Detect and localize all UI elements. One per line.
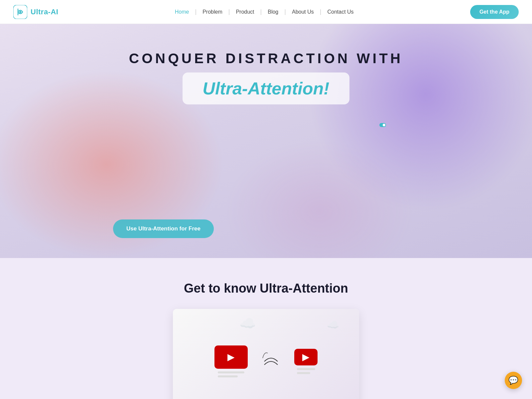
yt-decoration: [261, 348, 281, 375]
svg-point-1: [19, 11, 21, 13]
brand-name: Ultra-AI: [31, 8, 58, 16]
get-app-button[interactable]: Get the App: [470, 5, 519, 19]
yt-logo-right: ▶: [294, 349, 318, 374]
navbar: Ultra-AI Home | Problem | Product | Blog…: [0, 0, 532, 24]
nav-links: Home | Problem | Product | Blog | About …: [169, 8, 360, 15]
hero-title-box: Ultra-Attention!: [183, 72, 349, 104]
yt-line-2: [218, 375, 238, 377]
yt-logo-left: ▶: [214, 345, 248, 377]
video-inner: ▶ ▶: [173, 309, 359, 399]
nav-contact[interactable]: Contact Us: [321, 9, 359, 15]
nav-about[interactable]: About Us: [286, 9, 320, 15]
yt-line-1: [218, 371, 244, 373]
cloud-right: ☁️: [327, 319, 339, 331]
hero-tagline: CONQUER DISTRACTION WITH: [27, 51, 505, 66]
yt-rect-small: ▶: [294, 349, 318, 365]
brand: Ultra-AI: [13, 5, 58, 19]
nav-problem[interactable]: Problem: [197, 9, 228, 15]
yt-lines-right: [297, 368, 315, 374]
section-know-title: Get to know Ultra-Attention: [13, 281, 519, 296]
hero-section: CONQUER DISTRACTION WITH Ultra-Attention…: [0, 24, 532, 258]
yt-line-4: [297, 372, 310, 374]
video-placeholder[interactable]: ▶ ▶: [173, 309, 359, 399]
use-free-button[interactable]: Use Ultra-Attention for Free: [113, 219, 214, 238]
hero-title: Ultra-Attention!: [202, 79, 329, 98]
yt-lines-left: [218, 371, 244, 377]
hero-content: CONQUER DISTRACTION WITH Ultra-Attention…: [27, 51, 505, 118]
yt-logos: ▶ ▶: [214, 345, 318, 377]
yt-line-3: [297, 368, 315, 370]
section-know: Get to know Ultra-Attention ▶: [0, 258, 532, 399]
yt-rect-big: ▶: [214, 345, 248, 369]
yt-decoration-svg: [261, 348, 281, 375]
nav-blog[interactable]: Blog: [262, 9, 284, 15]
chat-bubble[interactable]: 💬: [505, 372, 522, 389]
nav-product[interactable]: Product: [230, 9, 260, 15]
cloud-left: ☁️: [239, 316, 256, 331]
nav-home[interactable]: Home: [169, 9, 195, 15]
logo-icon: [13, 5, 27, 19]
